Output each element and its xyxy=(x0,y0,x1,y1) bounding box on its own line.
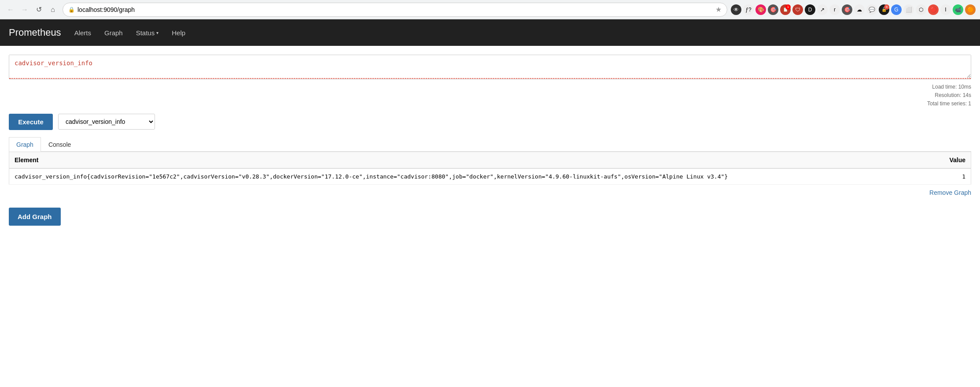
table-header-row: Element Value xyxy=(9,152,971,168)
resolution-stat: Resolution: 14s xyxy=(935,92,971,98)
browser-chrome: ← → ↺ ⌂ 🔒 ★ 👁 ƒ? 🎨 🎯 📋 1 🛡 D ↗ r 🎯 ☁ 💬 🔒… xyxy=(0,0,980,19)
main-content: Load time: 10ms Resolution: 14s Total ti… xyxy=(0,46,980,234)
extension-icon-19[interactable]: 📹 xyxy=(953,4,963,15)
nav-link-help[interactable]: Help xyxy=(172,27,185,38)
extension-icon-18[interactable]: I xyxy=(940,4,951,15)
extension-icon-8[interactable]: ↗ xyxy=(817,4,828,15)
execute-button[interactable]: Execute xyxy=(9,114,53,130)
reload-button[interactable]: ↺ xyxy=(33,4,45,16)
extension-icon-7[interactable]: D xyxy=(805,4,815,15)
lock-icon: 🔒 xyxy=(68,7,75,13)
nav-status-label: Status xyxy=(136,29,155,37)
navbar: Prometheus Alerts Graph Status ▾ Help xyxy=(0,19,980,46)
stats-row: Load time: 10ms Resolution: 14s Total ti… xyxy=(9,83,971,108)
extension-icon-17[interactable]: 🔴 xyxy=(928,4,939,15)
bookmark-star-icon[interactable]: ★ xyxy=(715,5,722,14)
back-button[interactable]: ← xyxy=(4,4,17,16)
extension-icon-9[interactable]: r xyxy=(829,4,840,15)
remove-graph-link[interactable]: Remove Graph xyxy=(929,189,971,196)
extension-icon-13[interactable]: 🔒 8 xyxy=(879,4,889,15)
address-input[interactable] xyxy=(77,6,713,13)
add-graph-button[interactable]: Add Graph xyxy=(9,208,61,226)
results-table: Element Value cadvisor_version_info{cadv… xyxy=(9,152,971,185)
table-body: cadvisor_version_info{cadvisorRevision="… xyxy=(9,168,971,185)
tabs-container: Graph Console xyxy=(9,137,971,152)
extension-icon-11[interactable]: ☁ xyxy=(854,4,865,15)
brand-logo: Prometheus xyxy=(9,27,61,38)
nav-buttons: ← → ↺ ⌂ xyxy=(4,4,59,16)
extension-icon-3[interactable]: 🎨 xyxy=(755,4,766,15)
tab-console[interactable]: Console xyxy=(41,137,78,152)
remove-graph-row: Remove Graph xyxy=(9,185,971,201)
toolbar-icons: 👁 ƒ? 🎨 🎯 📋 1 🛡 D ↗ r 🎯 ☁ 💬 🔒 8 G ⬜ ⬡ 🔴 I… xyxy=(731,4,976,15)
nav-link-graph[interactable]: Graph xyxy=(104,27,123,38)
query-textarea[interactable] xyxy=(9,55,971,79)
extension-icon-1[interactable]: 👁 xyxy=(731,4,741,15)
extension-icon-14[interactable]: G xyxy=(891,4,902,15)
nav-dropdown-status[interactable]: Status ▾ xyxy=(136,29,159,37)
chevron-down-icon: ▾ xyxy=(156,30,158,35)
forward-button[interactable]: → xyxy=(18,4,31,16)
extension-icon-2[interactable]: ƒ? xyxy=(743,4,754,15)
address-bar: 🔒 ★ xyxy=(63,3,727,17)
home-button[interactable]: ⌂ xyxy=(47,4,59,16)
controls-row: Execute cadvisor_version_info xyxy=(9,114,971,130)
table-head: Element Value xyxy=(9,152,971,168)
extension-icon-6[interactable]: 🛡 xyxy=(792,4,803,15)
tab-graph[interactable]: Graph xyxy=(9,137,41,152)
extension-icon-10[interactable]: 🎯 xyxy=(842,4,852,15)
load-time-stat: Load time: 10ms xyxy=(932,84,971,90)
extension-icon-5[interactable]: 📋 1 xyxy=(780,4,791,15)
table-row: cadvisor_version_info{cadvisorRevision="… xyxy=(9,168,971,185)
total-series-stat: Total time series: 1 xyxy=(927,100,971,107)
extension-icon-12[interactable]: 💬 xyxy=(866,4,877,15)
element-cell: cadvisor_version_info{cadvisorRevision="… xyxy=(9,168,937,185)
nav-link-alerts[interactable]: Alerts xyxy=(74,27,91,38)
extension-icon-15[interactable]: ⬜ xyxy=(903,4,914,15)
extension-icon-16[interactable]: ⬡ xyxy=(916,4,926,15)
value-cell: 1 xyxy=(936,168,971,185)
metric-select[interactable]: cadvisor_version_info xyxy=(58,114,155,130)
column-header-value: Value xyxy=(936,152,971,168)
query-area xyxy=(9,55,971,79)
extension-icon-4[interactable]: 🎯 xyxy=(768,4,778,15)
extension-icon-20[interactable]: 🟠 xyxy=(965,4,976,15)
column-header-element: Element xyxy=(9,152,937,168)
